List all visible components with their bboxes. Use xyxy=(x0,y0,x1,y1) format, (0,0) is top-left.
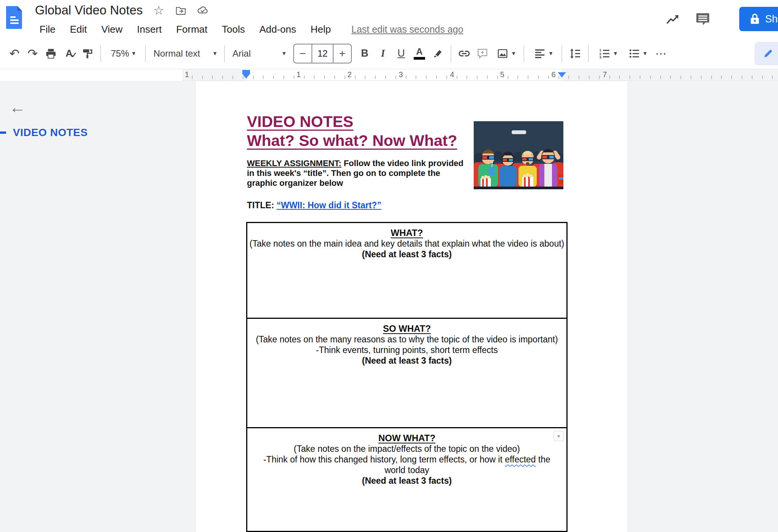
menu-format[interactable]: Format xyxy=(172,22,212,37)
insert-image-button[interactable]: ▾ xyxy=(492,43,520,64)
menu-help[interactable]: Help xyxy=(306,22,335,37)
increase-font-size-button[interactable]: + xyxy=(334,44,351,63)
decrease-font-size-button[interactable]: − xyxy=(294,44,312,63)
toolbar-divider xyxy=(523,45,524,62)
outline-position-dash xyxy=(0,131,6,134)
lock-icon xyxy=(750,13,760,25)
menu-view[interactable]: View xyxy=(97,22,127,37)
table-row-so-what[interactable]: SO WHAT? (Take notes on the many reasons… xyxy=(247,319,566,428)
align-button[interactable]: ▾ xyxy=(528,43,558,64)
svg-text:3: 3 xyxy=(599,55,601,59)
print-button[interactable] xyxy=(42,43,60,64)
pencil-icon xyxy=(762,48,774,60)
ruler: 1 1 2 3 4 5 6 7 xyxy=(182,69,778,81)
now-what-header: NOW WHAT? xyxy=(247,433,566,443)
font-family-select[interactable]: Arial▾ xyxy=(229,43,289,64)
weekly-assignment-paragraph: WEEKLY ASSIGNMENT: Follow the video link… xyxy=(247,158,469,188)
zoom-select[interactable]: 75%▾ xyxy=(105,43,141,64)
star-icon[interactable]: ☆ xyxy=(153,4,165,16)
cinema-audience-image[interactable] xyxy=(474,121,563,189)
left-indent-marker[interactable] xyxy=(242,70,250,79)
add-comment-button[interactable] xyxy=(473,43,492,64)
table-row-now-what[interactable]: ▾ NOW WHAT? (Take notes on the impact/ef… xyxy=(247,428,566,531)
text-color-button[interactable]: A xyxy=(410,43,429,64)
redo-button[interactable]: ↷ xyxy=(24,43,42,64)
video-link[interactable]: “WWII: How did it Start?” xyxy=(277,200,381,210)
menu-edit[interactable]: Edit xyxy=(65,22,92,37)
numbered-list-button[interactable]: 1 2 3 ▾ xyxy=(593,43,622,64)
share-button[interactable]: Share xyxy=(739,7,778,31)
now-what-need-facts: (Need at least 3 facts) xyxy=(247,475,566,486)
header-bar: Global Video Notes ☆ File Edit View Inse… xyxy=(0,0,778,38)
so-what-need-facts: (Need at least 3 facts) xyxy=(247,355,566,366)
menu-insert[interactable]: Insert xyxy=(133,22,166,37)
toolbar-divider xyxy=(224,45,225,62)
toolbar-divider xyxy=(451,45,451,62)
activity-dashboard-icon[interactable] xyxy=(665,11,682,27)
editing-mode-button[interactable]: ▾ xyxy=(754,42,778,65)
ruler-number: 5 xyxy=(500,70,504,79)
undo-button[interactable]: ↶ xyxy=(5,43,24,64)
ruler-number: 4 xyxy=(450,70,454,79)
last-edit-status[interactable]: Last edit was seconds ago xyxy=(351,24,463,35)
underline-button[interactable]: U xyxy=(392,43,410,64)
title-label: TITLE: xyxy=(247,200,274,210)
toolbar-divider xyxy=(145,45,146,62)
paint-format-button[interactable] xyxy=(78,43,96,64)
so-what-header: SO WHAT? xyxy=(247,323,566,334)
share-button-label: Share xyxy=(765,13,778,25)
document-title[interactable]: Global Video Notes xyxy=(35,3,143,17)
hide-outline-back-arrow[interactable]: ← xyxy=(9,98,26,117)
line-spacing-button[interactable] xyxy=(566,43,584,64)
font-size-value[interactable]: 12 xyxy=(312,44,334,63)
table-row-what[interactable]: WHAT? (Take notes on the main idea and k… xyxy=(247,223,566,319)
video-title-line: TITLE: “WWII: How did it Start?” xyxy=(247,200,381,211)
more-toolbar-options-button[interactable]: ⋯ xyxy=(652,43,670,64)
doc-heading-line1: VIDEO NOTES xyxy=(247,113,353,131)
ruler-number: 1 xyxy=(185,70,189,79)
toolbar-divider xyxy=(100,45,101,62)
paragraph-style-select[interactable]: Normal text▾ xyxy=(150,43,220,64)
weekly-assignment-label: WEEKLY ASSIGNMENT: xyxy=(247,158,342,168)
toolbar-divider xyxy=(561,45,562,62)
comment-history-icon[interactable] xyxy=(694,11,711,27)
spellcheck-button[interactable]: A✓ xyxy=(60,43,78,64)
move-to-folder-icon[interactable] xyxy=(175,4,187,16)
font-size-control: − 12 + xyxy=(293,44,352,63)
outline-item-video-notes[interactable]: VIDEO NOTES xyxy=(0,127,88,139)
what-instructions: (Take notes on the main idea and key det… xyxy=(247,238,566,249)
text-color-swatch xyxy=(414,57,425,60)
what-header: WHAT? xyxy=(247,228,566,238)
so-what-think-line: -Think events, turning points, short ter… xyxy=(247,345,566,355)
menu-tools[interactable]: Tools xyxy=(217,22,250,37)
menu-addons[interactable]: Add-ons xyxy=(255,22,301,37)
ruler-number: 7 xyxy=(602,70,607,79)
now-what-think-line: -Think of how this changed history, long… xyxy=(253,454,561,475)
cell-dropdown-icon[interactable]: ▾ xyxy=(553,431,564,441)
toolbar-divider xyxy=(588,45,589,62)
bulleted-list-button[interactable]: ▾ xyxy=(622,43,652,64)
highlight-color-button[interactable] xyxy=(429,43,447,64)
misspelled-word: effected xyxy=(505,454,536,464)
ruler-number: 3 xyxy=(398,70,403,79)
graphic-organizer-table: WHAT? (Take notes on the main idea and k… xyxy=(246,222,568,532)
ruler-number: 6 xyxy=(551,70,555,79)
insert-link-button[interactable] xyxy=(455,43,473,64)
italic-button[interactable]: I xyxy=(374,43,392,64)
bold-button[interactable]: B xyxy=(356,43,374,64)
cloud-saved-icon[interactable] xyxy=(197,4,209,16)
menu-file[interactable]: File xyxy=(35,22,60,37)
ruler-number: 1 xyxy=(296,70,300,79)
right-indent-marker[interactable] xyxy=(558,72,566,78)
google-docs-logo-icon[interactable] xyxy=(6,6,23,29)
menu-bar: File Edit View Insert Format Tools Add-o… xyxy=(35,22,463,37)
toolbar: ↶ ↷ A✓ 75%▾ Normal text▾ Arial▾ − 12 + xyxy=(0,38,778,69)
so-what-instructions: (Take notes on the many reasons as to wh… xyxy=(247,334,566,345)
document-page[interactable]: VIDEO NOTES What? So what? Now What? WEE… xyxy=(196,81,628,532)
doc-heading-line2: What? So what? Now What? xyxy=(247,132,457,150)
ruler-number: 2 xyxy=(347,70,351,79)
document-canvas: ← VIDEO NOTES VIDEO NOTES What? So what?… xyxy=(0,81,778,532)
now-what-instructions: (Take notes on the impact/effects of the… xyxy=(247,443,566,454)
what-need-facts: (Need at least 3 facts) xyxy=(247,249,566,260)
